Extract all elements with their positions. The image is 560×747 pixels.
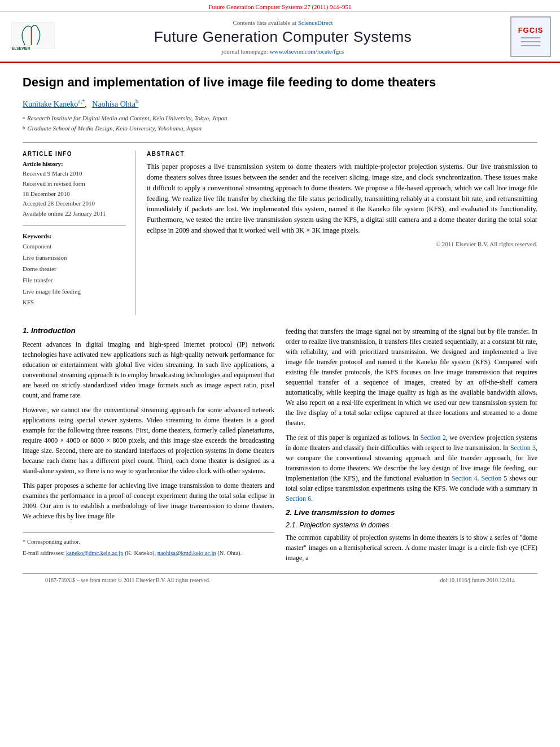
keyword-0: Component (23, 241, 126, 252)
body-p3: This paper proposes a scheme for achievi… (23, 480, 274, 521)
keyword-4: Live image file feeding (23, 286, 126, 298)
author-kaneko[interactable]: Kunitake Kanekoa,* (23, 100, 85, 108)
affil-sup-b: b (23, 124, 25, 134)
fgcis-logo-box: FGCIS ═════════════════════ (506, 16, 551, 57)
section2-title: 2. Live transmission to domes (286, 508, 537, 517)
body-columns: 1. Introduction Recent advances in digit… (23, 326, 537, 567)
homepage-link[interactable]: www.elsevier.com/locate/fgcs (270, 48, 344, 55)
sciencedirect-link[interactable]: ScienceDirect (298, 19, 333, 26)
author-ohta[interactable]: Naohisa Ohtab (92, 100, 138, 108)
keyword-2: Dome theater (23, 264, 126, 275)
body-right-column: feeding that transfers the image signal … (286, 326, 537, 567)
keywords-section: Keywords: Component Live transmission Do… (23, 233, 126, 308)
revised-label: Received in revised form (23, 179, 126, 189)
accepted-date: Accepted 28 December 2010 (23, 199, 126, 209)
email1-link[interactable]: kaneko@dmc.keio.ac.jp (66, 550, 124, 556)
fgcis-decoration: ═════════════════════ (521, 36, 541, 47)
keyword-3: File transfer (23, 275, 126, 286)
page-footer: 0167-739X/$ – see front matter © 2011 El… (23, 573, 537, 587)
keyword-5: KFS (23, 297, 126, 308)
abstract-column: Abstract This paper proposes a live tran… (147, 151, 537, 315)
corresponding-note: * Corresponding author. (23, 538, 274, 547)
article-info-section: Article Info Article history: Received 9… (23, 151, 126, 219)
authors-line: Kunitake Kanekoa,*, Naohisa Ohtab (23, 99, 537, 110)
svg-text:ELSEVIER: ELSEVIER (12, 47, 30, 51)
section2-ref[interactable]: Section 2 (420, 434, 445, 442)
keyword-1: Live transmission (23, 252, 126, 264)
affiliations-block: a Research Institute for Digital Media a… (23, 113, 537, 133)
abstract-header: Abstract (147, 151, 537, 157)
abstract-text: This paper proposes a live transmission … (147, 161, 537, 235)
body-p2: However, we cannot use the conventional … (23, 405, 274, 476)
article-info-abstract: Article Info Article history: Received 9… (23, 142, 537, 315)
body-right-p2: The rest of this paper is organized as f… (286, 433, 537, 504)
email2-link[interactable]: naohisa@kmd.keio.ac.jp (158, 550, 216, 556)
section4-ref[interactable]: Section 4 (452, 474, 478, 482)
body-section2-p1: The common capability of projection syst… (286, 532, 537, 563)
journal-header: ELSEVIER Contents lists available at Sci… (0, 12, 560, 63)
body-p1: Recent advances in digital imaging and h… (23, 339, 274, 400)
history-label: Article history: (23, 160, 126, 167)
section6-ref[interactable]: Section 6 (286, 495, 311, 503)
article-info-column: Article Info Article history: Received 9… (23, 151, 135, 315)
copyright-line: © 2011 Elsevier B.V. All rights reserved… (147, 241, 537, 247)
article-title: Design and implementation of live image … (23, 75, 537, 91)
revised-date: 18 December 2010 (23, 189, 126, 199)
footnotes-block: * Corresponding author. E-mail addresses… (23, 532, 274, 558)
section1-title: 1. Introduction (23, 326, 274, 335)
available-date: Available online 22 January 2011 (23, 209, 126, 219)
section3-ref[interactable]: Section 3 (510, 444, 536, 452)
journal-center-info: Contents lists available at ScienceDirec… (60, 19, 506, 55)
section5-ref-inline[interactable]: Section (481, 474, 501, 482)
doi-text: doi:10.1016/j.future.2010.12.014 (440, 577, 515, 583)
affil-b-text: Graduate School of Media Design, Keio Un… (28, 124, 202, 134)
elsevier-logo: ELSEVIER (9, 19, 60, 55)
affil-a-text: Research Institute for Digital Media and… (27, 113, 228, 124)
affil-sup-a: a (23, 113, 25, 124)
journal-citation-text: Future Generation Computer Systems 27 (2… (208, 3, 351, 10)
journal-citation-bar: Future Generation Computer Systems 27 (2… (0, 0, 560, 12)
section2-sub-title: 2.1. Projection systems in domes (286, 521, 537, 529)
issn-text: 0167-739X/$ – see front matter © 2011 El… (45, 577, 211, 583)
keywords-label: Keywords: (23, 233, 126, 239)
email-note: E-mail addresses: kaneko@dmc.keio.ac.jp … (23, 549, 274, 558)
fgcis-label: FGCIS (518, 26, 544, 34)
contents-available-line: Contents lists available at ScienceDirec… (60, 19, 506, 26)
article-info-header: Article Info (23, 151, 126, 157)
body-left-column: 1. Introduction Recent advances in digit… (23, 326, 274, 567)
article-body: Design and implementation of live image … (0, 63, 560, 598)
received-date: Received 9 March 2010 (23, 169, 126, 179)
body-right-p1: feeding that transfers the image signal … (286, 326, 537, 428)
homepage-line: journal homepage: www.elsevier.com/locat… (60, 48, 506, 55)
journal-title: Future Generation Computer Systems (60, 28, 506, 46)
